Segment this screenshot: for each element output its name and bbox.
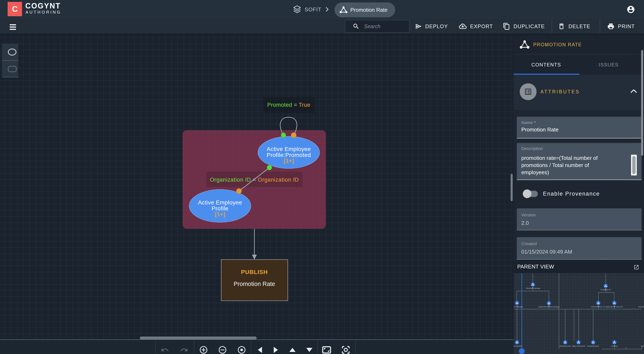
svg-text:[1+]: [1+] [215, 211, 225, 217]
svg-text:l Factor--Sabotage: l Factor--Sabotage [514, 306, 523, 308]
svg-text:Disciplinary Action: Disciplinary Action [588, 345, 599, 347]
svg-text:Organization ID = Organization: Organization ID = Organization ID [210, 177, 299, 183]
svg-text:listed Webmail: listed Webmail [514, 345, 522, 347]
svg-text:Individual Factors--UIT: Individual Factors--UIT [591, 306, 606, 308]
svg-text:ThreatType--UIT: ThreatType--UIT [600, 289, 611, 291]
svg-text:Profile:Promoted: Profile:Promoted [267, 152, 311, 158]
svg-text:Organizational Factors-Sabotag: Organizational Factors-Sabotage [538, 306, 560, 308]
svg-text:[1+]: [1+] [284, 158, 294, 164]
svg-text:Promotion Rate: Promotion Rate [234, 281, 275, 287]
svg-text:Profile: Profile [212, 205, 228, 212]
svg-text:PUBLISH: PUBLISH [241, 269, 268, 275]
svg-text:Active Employee: Active Employee [267, 146, 311, 152]
svg-text:Job Status: Job Status [611, 345, 618, 347]
svg-text:Promoted = True: Promoted = True [267, 102, 310, 108]
svg-text:Restraining Order: Restraining Order [560, 345, 571, 347]
svg-text:Rece: Rece [641, 345, 644, 347]
svg-text:Wage Garnishments: Wage Garnishments [572, 345, 585, 347]
svg-text:Organizational Factors-UIT: Organizational Factors-UIT [606, 306, 623, 308]
svg-text:ThreatType--Sabotage: ThreatType--Sabotage [526, 288, 540, 289]
svg-text:Active Employee: Active Employee [198, 199, 242, 206]
svg-text:Individual Fa: Individual Fa [638, 306, 644, 308]
